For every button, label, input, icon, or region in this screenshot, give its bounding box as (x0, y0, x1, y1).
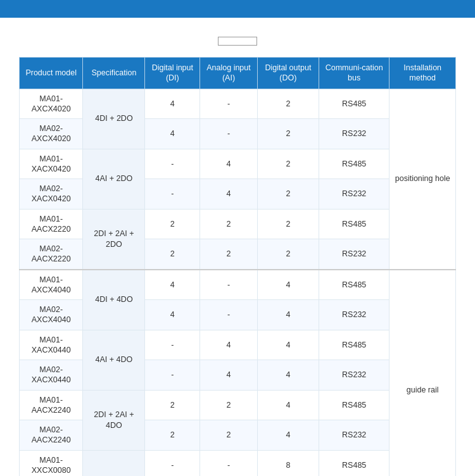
cell-do: 4 (257, 420, 319, 451)
cell-model: MA01-XACX0420 (20, 149, 83, 179)
cell-di: 4 (145, 89, 200, 119)
cell-model: MA01-AXCX4020 (20, 89, 83, 119)
cell-do: 4 (257, 360, 319, 391)
col-header-di: Digital input (DI) (145, 58, 200, 89)
cell-bus: RS232 (319, 420, 390, 451)
cell-ai: 2 (200, 239, 258, 270)
cell-di: 2 (145, 239, 200, 270)
cell-spec: 4DI + 4DO (83, 270, 145, 330)
cell-do: 4 (257, 300, 319, 330)
cell-bus: RS485 (319, 330, 390, 360)
header-bar (0, 0, 475, 18)
cell-do: 2 (257, 89, 319, 119)
cell-model: MA01-AACX2220 (20, 209, 83, 239)
cell-install: positioning hole (390, 89, 456, 270)
table-row: MA01-AXCX40404DI + 4DO4-4RS485guide rail (20, 270, 456, 300)
cell-do: 8 (257, 450, 319, 476)
cell-model: MA02-XACX0420 (20, 179, 83, 210)
cell-di: 2 (145, 420, 200, 451)
cell-model: MA01-XXCX0080 (20, 450, 83, 476)
cell-di: - (145, 330, 200, 360)
cell-di: - (145, 149, 200, 179)
cell-model: MA02-AACX2240 (20, 420, 83, 451)
cell-di: - (145, 450, 200, 476)
cell-spec: 2DI + 2AI + 4DO (83, 390, 145, 450)
cell-model: MA02-AXCX4020 (20, 119, 83, 149)
page-content: Product model Specification Digital inpu… (0, 18, 475, 476)
col-header-do: Digital output (DO) (257, 58, 319, 89)
cell-bus: RS232 (319, 300, 390, 330)
cell-do: 2 (257, 239, 319, 270)
cell-ai: 2 (200, 209, 258, 239)
cell-di: 4 (145, 270, 200, 300)
col-header-ai: Analog input (AI) (200, 58, 258, 89)
cell-ai: 4 (200, 149, 258, 179)
cell-model: MA02-AXCX4040 (20, 300, 83, 330)
cell-spec: 2DI + 2AI + 2DO (83, 209, 145, 270)
cell-spec: 8DO (83, 450, 145, 476)
cell-di: 2 (145, 390, 200, 420)
cell-do: 4 (257, 330, 319, 360)
cell-install: guide rail (390, 270, 456, 477)
cell-do: 2 (257, 209, 319, 239)
cell-do: 2 (257, 149, 319, 179)
cell-ai: - (200, 89, 258, 119)
cell-ai: - (200, 450, 258, 476)
cell-model: MA01-XACX0440 (20, 330, 83, 360)
col-header-bus: Communi-cation bus (319, 58, 390, 89)
table-header-row: Product model Specification Digital inpu… (20, 58, 456, 89)
cell-ai: 4 (200, 330, 258, 360)
cell-bus: RS485 (319, 450, 390, 476)
cell-bus: RS232 (319, 360, 390, 391)
cell-do: 4 (257, 390, 319, 420)
cell-model: MA02-XACX0440 (20, 360, 83, 391)
cell-di: 2 (145, 209, 200, 239)
cell-do: 2 (257, 119, 319, 149)
cell-di: 4 (145, 300, 200, 330)
cell-bus: RS232 (319, 179, 390, 210)
col-header-specification: Specification (83, 58, 145, 89)
cell-di: 4 (145, 119, 200, 149)
cell-spec: 4AI + 2DO (83, 149, 145, 209)
cell-ai: - (200, 119, 258, 149)
cell-bus: RS485 (319, 390, 390, 420)
cell-model: MA01-AXCX4040 (20, 270, 83, 300)
cell-di: - (145, 360, 200, 391)
section-title-container (19, 37, 456, 48)
cell-ai: 2 (200, 420, 258, 451)
table-row: MA01-AXCX40204DI + 2DO4-2RS485positionin… (20, 89, 456, 119)
cell-bus: RS485 (319, 89, 390, 119)
cell-bus: RS232 (319, 119, 390, 149)
cell-model: MA02-AACX2220 (20, 239, 83, 270)
cell-spec: 4AI + 4DO (83, 330, 145, 390)
col-header-product-model: Product model (20, 58, 83, 89)
cell-ai: 4 (200, 179, 258, 210)
cell-di: - (145, 179, 200, 210)
cell-bus: RS232 (319, 239, 390, 270)
cell-do: 4 (257, 270, 319, 300)
cell-ai: - (200, 300, 258, 330)
cell-bus: RS485 (319, 209, 390, 239)
cell-model: MA01-AACX2240 (20, 390, 83, 420)
comparison-table: Product model Specification Digital inpu… (19, 57, 456, 476)
cell-do: 2 (257, 179, 319, 210)
cell-ai: 2 (200, 390, 258, 420)
cell-ai: 4 (200, 360, 258, 391)
cell-bus: RS485 (319, 149, 390, 179)
col-header-install: Installation method (390, 58, 456, 89)
cell-spec: 4DI + 2DO (83, 89, 145, 149)
section-title-box (218, 37, 257, 46)
cell-ai: - (200, 270, 258, 300)
cell-bus: RS485 (319, 270, 390, 300)
